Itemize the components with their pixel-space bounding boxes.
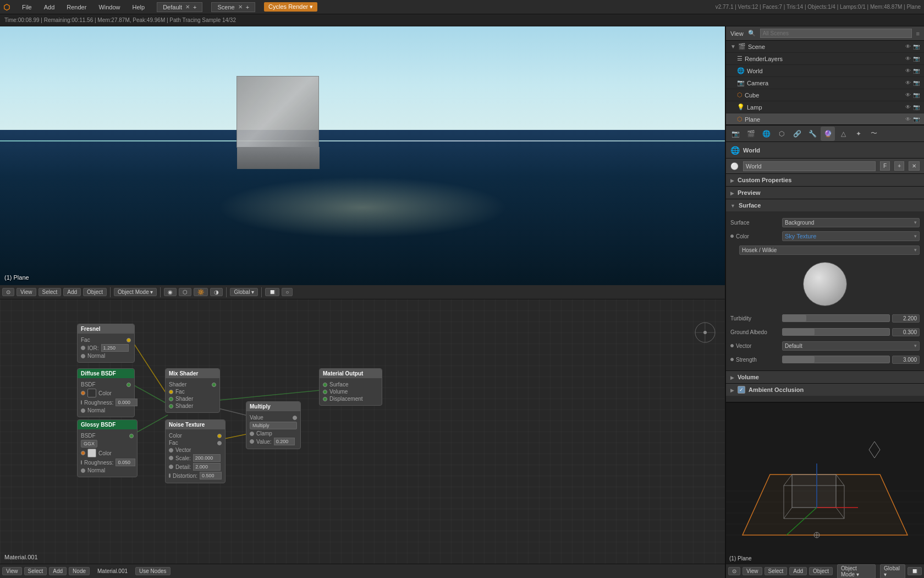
node-node-btn[interactable]: Node: [69, 567, 90, 575]
outliner-item-cube[interactable]: ⬡ Cube 👁 📷: [726, 89, 924, 101]
viewport-view-btn[interactable]: View: [16, 288, 36, 296]
viewport-pivot-select[interactable]: Global ▾: [230, 288, 258, 296]
viewport-select-btn[interactable]: Select: [38, 288, 62, 296]
preview-header[interactable]: Preview: [726, 187, 924, 199]
use-nodes-btn[interactable]: Use Nodes: [135, 567, 170, 575]
world-selector[interactable]: World: [743, 161, 876, 171]
noise-distortion-row[interactable]: Distortion: 0.500: [169, 472, 222, 479]
scene-tab[interactable]: Scene ✕ +: [211, 2, 255, 12]
prop-icon-object[interactable]: ⬡: [774, 127, 789, 141]
prop-icon-render[interactable]: 📷: [728, 127, 743, 141]
node-add-btn[interactable]: Add: [49, 567, 67, 575]
vp3d-select-btn[interactable]: Select: [765, 567, 788, 575]
viewport-snap-btn[interactable]: 🔲: [265, 288, 279, 296]
prop-icon-constraints[interactable]: 🔗: [790, 127, 804, 141]
glossy-color-swatch[interactable]: [87, 449, 96, 457]
ao-header[interactable]: ✓ Ambient Occlusion: [726, 384, 924, 396]
viewport-3d-render[interactable]: (1) Plane: [0, 26, 725, 285]
menu-file[interactable]: File: [19, 3, 35, 12]
custom-properties-header[interactable]: Custom Properties: [726, 174, 924, 186]
viewport-shading-material[interactable]: ◑: [210, 288, 223, 296]
strength-slider[interactable]: [782, 356, 890, 363]
surface-value-dropdown[interactable]: Background ▾: [782, 218, 920, 227]
glossy-color-row[interactable]: Color: [81, 449, 134, 457]
noise-dist-input[interactable]: 0.500: [200, 472, 222, 479]
viewport-3d-right[interactable]: (1) Plane ⊙ View Select Add Object Objec…: [726, 402, 924, 578]
scene-add-icon[interactable]: +: [246, 4, 249, 10]
multiply-value-input[interactable]: 0.200: [274, 438, 295, 445]
diffuse-bsdf-node[interactable]: Diffuse BSDF BSDF Color Roughness:: [77, 368, 135, 417]
material-output-node[interactable]: Material Output Surface Volume Displacem…: [319, 368, 382, 406]
prop-icon-world[interactable]: 🌐: [759, 127, 773, 141]
diffuse-roughness-row[interactable]: Roughness: 0.000: [81, 399, 131, 406]
outliner-item-renderlayers[interactable]: ☰ RenderLayers 👁 📷: [726, 53, 924, 65]
node-view-btn[interactable]: View: [2, 567, 22, 575]
ao-checkbox[interactable]: ✓: [738, 386, 745, 394]
menu-render[interactable]: Render: [63, 3, 90, 12]
diffuse-roughness-input[interactable]: 0.000: [116, 399, 138, 406]
render-engine-selector[interactable]: Cycles Render ▾: [264, 2, 317, 12]
workspace-tab[interactable]: Default ✕ +: [157, 2, 202, 12]
fresnel-node[interactable]: Fresnel Fac IOR: 1.250 Normal: [77, 324, 135, 363]
world-new-btn[interactable]: +: [894, 161, 904, 171]
turbidity-slider[interactable]: [782, 314, 890, 322]
glossy-dist-select[interactable]: GGX: [81, 440, 97, 448]
world-close-btn[interactable]: ✕: [909, 161, 920, 171]
workspace-tab-close[interactable]: ✕: [185, 4, 190, 10]
prop-icon-data[interactable]: △: [836, 127, 850, 141]
viewport-shading-rendered[interactable]: 🔆: [194, 288, 208, 296]
vp3d-pivot-btn[interactable]: Global ▾: [880, 564, 905, 579]
viewport-shading-solid[interactable]: ◉: [164, 288, 177, 296]
menu-help[interactable]: Help: [129, 3, 148, 12]
glossy-bsdf-node[interactable]: Glossy BSDF BSDF GGX Color: [77, 419, 138, 477]
prop-icon-material[interactable]: 🔮: [821, 127, 835, 141]
fresnel-ior-input[interactable]: 1.250: [101, 344, 129, 352]
noise-detail-row[interactable]: Detail: 2.000: [169, 463, 222, 471]
diffuse-color-row[interactable]: Color: [81, 389, 131, 397]
vp3d-mode-icon[interactable]: ⊙: [728, 567, 740, 575]
multiply-value-row[interactable]: Value: 0.200: [250, 438, 297, 445]
noise-texture-node[interactable]: Noise Texture Color Fac Vector: [165, 419, 226, 483]
outliner-item-world[interactable]: 🌐 World 👁 📷: [726, 65, 924, 77]
viewport-shading-wire[interactable]: ⬡: [179, 288, 191, 296]
viewport-mode-icon[interactable]: ⊙: [2, 288, 14, 296]
outliner-item-lamp[interactable]: 💡 Lamp 👁 📷: [726, 101, 924, 113]
vp3d-object-btn[interactable]: Object: [809, 567, 833, 575]
viewport-mode-select[interactable]: Object Mode ▾: [114, 288, 157, 296]
multiply-op-row[interactable]: Multiply: [250, 422, 297, 429]
menu-add[interactable]: Add: [41, 3, 58, 12]
noise-scale-input[interactable]: 200.000: [193, 454, 221, 462]
glossy-roughness-input[interactable]: 0.050: [116, 459, 135, 466]
vp3d-mode-select[interactable]: Object Mode ▾: [837, 564, 876, 579]
outliner-search-input[interactable]: [760, 29, 912, 38]
node-select-btn[interactable]: Select: [24, 567, 47, 575]
glossy-roughness-row[interactable]: Roughness: 0.050: [81, 459, 134, 466]
menu-window[interactable]: Window: [95, 3, 123, 12]
viewport-object-btn[interactable]: Object: [83, 288, 107, 296]
viewport-proportional-btn[interactable]: ○: [282, 288, 293, 296]
ground-albedo-slider[interactable]: [782, 328, 890, 336]
multiply-node[interactable]: Multiply Value Multiply Clamp: [246, 401, 301, 449]
noise-scale-row[interactable]: Scale: 200.000: [169, 454, 222, 462]
mix-shader-node[interactable]: Mix Shader Shader Fac Shader: [165, 368, 220, 413]
prop-icon-particles[interactable]: ✦: [851, 127, 866, 141]
workspace-add-icon[interactable]: +: [193, 4, 196, 10]
vp3d-snap-btn[interactable]: 🔲: [908, 567, 922, 575]
sky-model-dropdown[interactable]: Hosek / Wilkie ▾: [739, 246, 920, 255]
multiply-clamp-row[interactable]: Clamp: [250, 430, 297, 437]
noise-detail-input[interactable]: 2.000: [193, 463, 221, 471]
prop-icon-scene[interactable]: 🎬: [744, 127, 758, 141]
node-editor[interactable]: Fresnel Fac IOR: 1.250 Normal: [0, 299, 725, 578]
scene-tab-close[interactable]: ✕: [238, 4, 243, 10]
multiply-op-select[interactable]: Multiply: [250, 422, 297, 429]
viewport-add-btn[interactable]: Add: [63, 288, 81, 296]
color-value-dropdown[interactable]: Sky Texture ▾: [782, 231, 920, 241]
volume-header[interactable]: Volume: [726, 371, 924, 383]
outliner-item-scene[interactable]: ▼ 🎬 Scene 👁 📷: [726, 41, 924, 53]
glossy-dist-row[interactable]: GGX: [81, 440, 134, 448]
outliner-filter-icon[interactable]: ≡: [916, 30, 920, 37]
outliner-item-plane[interactable]: ⬡ Plane 👁 📷: [726, 113, 924, 126]
prop-icon-modifiers[interactable]: 🔧: [805, 127, 820, 141]
vp3d-add-btn[interactable]: Add: [789, 567, 807, 575]
vector-value-dropdown[interactable]: Default ▾: [782, 341, 920, 351]
